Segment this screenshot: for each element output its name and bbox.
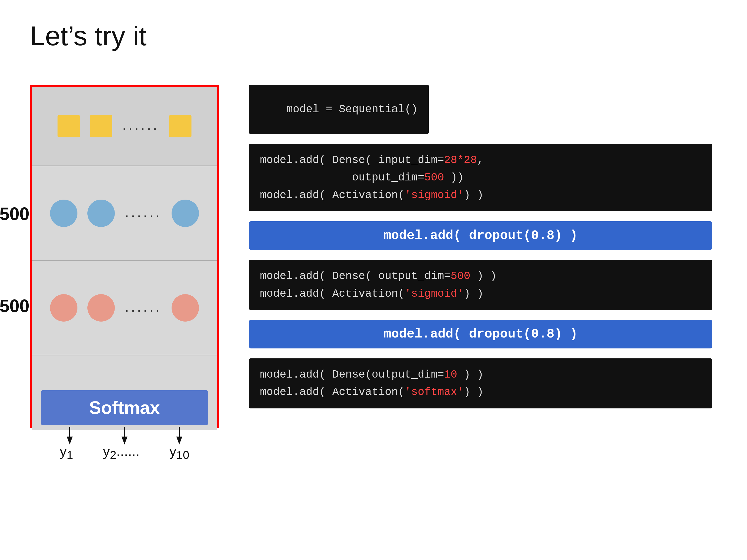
hidden1-node-2 <box>87 199 115 227</box>
code-block-2-text: model.add( Dense( output_dim=500 ) ) mod… <box>260 270 497 300</box>
hidden2-node-2 <box>87 294 115 322</box>
code-block-3: model.add( Dense(output_dim=10 ) ) model… <box>249 358 712 408</box>
y-output-1: y1 <box>60 443 73 462</box>
hidden1-dots: ...... <box>125 205 162 222</box>
softmax-layer: Softmax <box>32 355 217 430</box>
hidden1-node-1 <box>50 199 77 227</box>
dropout-block-1: model.add( dropout(0.8) ) <box>249 221 712 250</box>
hidden2-dots: ...... <box>125 299 162 317</box>
hidden-layer-2: ...... <box>32 261 217 355</box>
layer-size-label-top: 500 <box>0 204 29 224</box>
hidden2-node-3 <box>172 294 199 322</box>
code-block-1: model.add( Dense( input_dim=28*28, outpu… <box>249 144 712 211</box>
code-block-2: model.add( Dense( output_dim=500 ) ) mod… <box>249 260 712 310</box>
y-output-2: y2...... <box>103 443 139 462</box>
softmax-label: Softmax <box>89 398 160 418</box>
y-output-10: y10 <box>169 443 189 462</box>
dropout-1-text: model.add( dropout(0.8) ) <box>383 228 578 243</box>
input-node-2 <box>90 115 112 137</box>
dropout-block-2: model.add( dropout(0.8) ) <box>249 320 712 348</box>
softmax-bar: Softmax <box>41 390 208 425</box>
sequential-code-text: model = Sequential() <box>286 103 418 115</box>
code-area: model = Sequential() model.add( Dense( i… <box>249 85 712 408</box>
sequential-code-block: model = Sequential() <box>249 85 429 134</box>
page-title: Let’s try it <box>30 20 147 52</box>
input-dots: ...... <box>122 117 159 135</box>
input-node-1 <box>57 115 80 137</box>
neural-network-diagram: ...... ...... ...... Softmax 500 500 <box>30 85 219 428</box>
code-block-3-text: model.add( Dense(output_dim=10 ) ) model… <box>260 368 484 398</box>
hidden1-node-3 <box>172 199 199 227</box>
input-node-3 <box>169 115 191 137</box>
hidden-layer-1: ...... <box>32 166 217 261</box>
hidden2-node-1 <box>50 294 77 322</box>
code-block-1-text: model.add( Dense( input_dim=28*28, outpu… <box>260 154 484 202</box>
y-outputs-container: y1 y2...... y10 <box>30 443 219 462</box>
dropout-2-text: model.add( dropout(0.8) ) <box>383 327 578 342</box>
layer-size-label-mid: 500 <box>0 296 29 316</box>
input-layer: ...... <box>32 87 217 166</box>
y-arrows-svg <box>30 426 219 446</box>
